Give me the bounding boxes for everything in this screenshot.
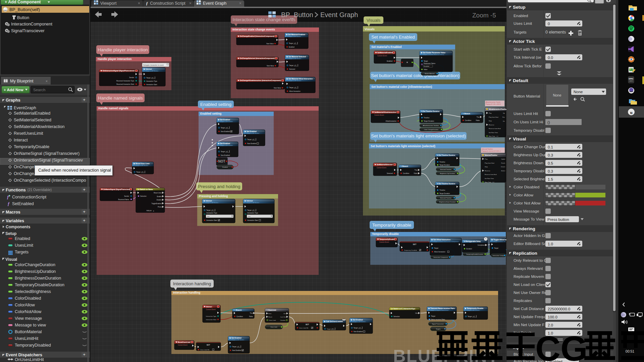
svg-text:Color Disabled: Color Disabled (514, 185, 539, 189)
svg-text:Target is BP Button: Target is BP Button (136, 165, 149, 166)
svg-text:Interact: Interact (206, 306, 212, 308)
svg-text:Uses Limit: Uses Limit (514, 21, 532, 26)
svg-text:Only Relevant to C: Only Relevant to C (514, 258, 547, 263)
svg-text:Select: Select (501, 170, 505, 172)
svg-text:Set New Time: Set New Time (489, 132, 498, 133)
svg-text:Target: Target (468, 316, 472, 317)
svg-text:Button Material: Button Material (514, 94, 540, 99)
svg-text:Replication: Replication (513, 251, 537, 256)
svg-text:Interaction Start: Interaction Start (247, 220, 258, 221)
svg-text:Sender: Sender (129, 77, 134, 78)
svg-text:Custom Event: Custom Event (178, 344, 188, 346)
svg-text:None: None (574, 90, 583, 94)
svg-text:OnChangeSelected (InteractionC: OnChangeSelected (InteractionCompo (14, 178, 86, 183)
svg-text:Interaction Component: Interaction Component (433, 256, 448, 258)
svg-text:OnChangeSelected (InteractionC: OnChangeSelected (InteractionComponent) (240, 57, 275, 59)
svg-text:BP_Button: BP_Button (281, 11, 313, 19)
svg-text:Received Name: Received Name (118, 199, 129, 200)
svg-text:Functions: Functions (6, 188, 26, 192)
svg-text:Set button's materials light e: Set button's materials light emmision (s… (371, 144, 435, 148)
svg-text:Condition: Condition (236, 316, 243, 317)
svg-text:Stop: Stop (489, 120, 492, 122)
svg-text:Macros: Macros (6, 210, 20, 215)
svg-text:OnChangeEnabled (InteractionCo: OnChangeEnabled (InteractionComponent) (240, 35, 274, 37)
svg-text:2.0: 2.0 (548, 323, 553, 327)
svg-text:Visuals: Visuals (365, 27, 375, 31)
svg-text:SET: SET (306, 323, 309, 325)
svg-text:Color ChangeDuration: Color ChangeDuration (424, 129, 438, 130)
svg-text:Interaction state change event: Interaction state change events (232, 28, 275, 31)
svg-text:Enabled: Enabled (15, 236, 30, 241)
svg-text:+: + (153, 210, 154, 212)
svg-text:Target is BP Button: Target is BP Button (289, 80, 302, 81)
svg-text:u: u (630, 110, 632, 115)
svg-text:Add pin: Add pin (146, 210, 152, 212)
svg-text:0.0: 0.0 (548, 56, 553, 60)
svg-text:TemporaryDisableDuration: TemporaryDisableDuration (466, 253, 483, 255)
svg-text:Duration: Duration (466, 248, 472, 250)
svg-text:ƒ: ƒ (7, 194, 9, 199)
svg-text:TemporarilyDisable: TemporarilyDisable (379, 238, 395, 240)
svg-text:Targets: Targets (15, 250, 29, 254)
svg-text:+: + (83, 187, 86, 192)
svg-text:New Enabled: New Enabled (221, 155, 230, 156)
svg-text:Input: Input (513, 345, 524, 350)
svg-text:New Enabled: New Enabled (232, 350, 241, 351)
svg-text:Components: Components (6, 225, 31, 229)
svg-text:Enabled: Enabled (514, 13, 528, 18)
svg-text:SetMaterialSelected: SetMaterialSelected (14, 118, 51, 122)
svg-text:AllowInteraction Timelin: AllowInteraction Timelin (486, 101, 501, 103)
svg-text:Play: Play (485, 158, 488, 160)
svg-text:self: self (141, 171, 144, 173)
svg-text:[∗ Switch on Name: [∗ Switch on Name (138, 188, 153, 190)
svg-text:Name-receiver Pairs: Name-receiver Pairs (431, 319, 445, 320)
svg-text:New Enabled: New Enabled (247, 143, 257, 144)
svg-text:Playing @ 1.00 s (100.0: Playing @ 1.00 s (100.0 (486, 103, 501, 105)
svg-text:Brightness Up Dur: Brightness Up Dur (514, 153, 546, 157)
svg-text:Visual: Visual (513, 136, 526, 141)
svg-text:Net Cull Distance: Net Cull Distance (514, 306, 544, 311)
svg-text:Set Enabled: Set Enabled (353, 319, 363, 321)
svg-text:UsesLimit: UsesLimit (15, 243, 33, 248)
svg-text:Selected: Selected (289, 68, 295, 70)
svg-text:Always Relevant: Always Relevant (514, 266, 543, 271)
svg-text:+: + (83, 218, 86, 223)
svg-text:Target is BP Button: Target is BP Button (232, 339, 245, 341)
svg-text:Button: Button (17, 15, 29, 20)
svg-text:AllowInteraction Timeline: AllowInteraction Timeline (423, 125, 439, 126)
svg-text:Variables: Variables (6, 219, 24, 223)
svg-text:self: self (237, 346, 239, 347)
svg-text:Target: Target (206, 209, 211, 211)
svg-text:Target: Target (327, 328, 331, 330)
svg-text:Target: Target (146, 77, 151, 79)
svg-text:View Message: View Message (514, 209, 539, 214)
svg-text:self: self (252, 138, 255, 140)
svg-text:Set button's material color (A: Set button's material color (AllowIntera… (371, 73, 460, 78)
svg-text:Block Input: Block Input (514, 352, 533, 357)
svg-text:⏱ Set Timeline Duration: ⏱ Set Timeline Duration (437, 183, 455, 185)
svg-text:Pressing and holding: Pressing and holding (198, 184, 240, 189)
svg-text:Handle player interaction: Handle player interaction (98, 57, 132, 61)
svg-text:+: + (83, 97, 86, 102)
svg-text:Uses Limit Hit: Uses Limit Hit (200, 349, 210, 351)
svg-text:ƒ: ƒ (7, 201, 10, 206)
svg-text:Interaction Start: Interaction Start (146, 84, 157, 85)
svg-text:×: × (46, 79, 48, 83)
svg-text:⑂ Branch: ⑂ Branch (234, 309, 242, 311)
svg-text:Interaction Type: Interaction Type (206, 315, 217, 317)
svg-text:Target is Signal Transceiver: Target is Signal Transceiver (431, 309, 449, 311)
svg-text:GAMES: GAMES (629, 80, 633, 82)
svg-text:Set material's Enabled: Set material's Enabled (371, 35, 415, 40)
svg-text:Set Allow Interaction: Set Allow Interaction (433, 239, 450, 241)
svg-text:0.3: 0.3 (548, 169, 553, 173)
svg-text:⏱ Set Timeline Duration: ⏱ Set Timeline Duration (437, 155, 455, 156)
svg-text:EPIC: EPIC (629, 78, 634, 80)
svg-text:Uses Limit: Uses Limit (270, 326, 277, 328)
svg-text:Disable: Disable (157, 199, 162, 201)
svg-text:Reverse: Reverse (485, 170, 490, 172)
svg-text:Pressing and holding: Pressing and holding (199, 194, 228, 198)
svg-text:Target is BP Button: Target is BP Button (220, 144, 233, 146)
svg-text:New Enabled: New Enabled (221, 131, 230, 132)
svg-text:Target is BP Button: Target is BP Button (289, 58, 302, 59)
svg-text:Brightness Down: Brightness Down (514, 161, 543, 165)
